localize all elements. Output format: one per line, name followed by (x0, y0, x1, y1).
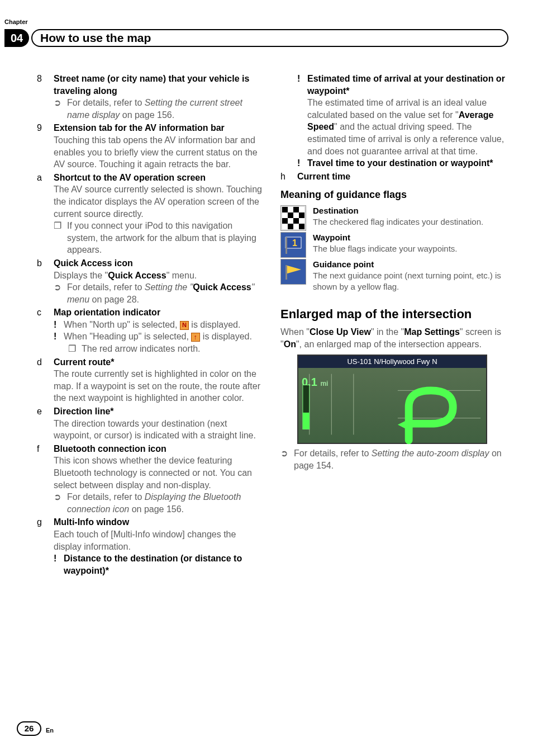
item-16-cont: !Estimated time of arrival at your desti… (280, 73, 508, 169)
svg-rect-7 (288, 224, 293, 229)
item-16-b2: Estimated time of arrival at your destin… (307, 73, 508, 97)
item-10-num: a (37, 172, 49, 184)
item-15-num: f (37, 443, 49, 455)
flag-way-body: The blue flags indicate your waypoints. (313, 243, 508, 254)
item-9-num: 9 (37, 122, 49, 134)
item-9-title: Extension tab for the AV information bar (54, 122, 225, 134)
ref-icon: ➲ (280, 447, 289, 471)
item-10-body: The AV source currently selected is show… (54, 183, 265, 220)
flag-dest-title: Destination (313, 205, 508, 216)
item-12-num: c (37, 306, 49, 319)
flags-heading: Meaning of guidance flags (280, 188, 508, 201)
item-15-title: Bluetooth connection icon (54, 443, 166, 455)
item-14-num: e (37, 405, 49, 418)
svg-rect-4 (299, 212, 304, 218)
svg-rect-10 (285, 237, 287, 254)
ref-icon: ➲ (54, 281, 63, 305)
item-12: cMap orientation indicator !When "North … (37, 306, 265, 355)
item-15: fBluetooth connection icon This icon sho… (37, 443, 265, 516)
svg-rect-13 (285, 265, 287, 280)
item-10: aShortcut to the AV operation screen The… (37, 172, 265, 256)
chapter-number: 04 (4, 29, 29, 47)
flag-way-title: Waypoint (313, 232, 508, 243)
item-13-body: The route currently set is highlighted i… (54, 368, 265, 404)
svg-marker-17 (398, 419, 409, 431)
chapter-label: Chapter (4, 18, 28, 26)
item-16: gMulti-Info window Each touch of [Multi-… (37, 516, 265, 577)
flag-guide-body: The next guidance point (next turning po… (313, 270, 508, 293)
flag-destination: DestinationThe checkered flag indicates … (280, 205, 508, 231)
item-10-note: If you connect your iPod to this navigat… (67, 220, 265, 256)
item-17: hCurrent time (280, 171, 508, 183)
svg-rect-5 (282, 218, 288, 224)
main-content: 8Street name (or city name) that your ve… (37, 73, 508, 711)
svg-rect-1 (282, 207, 288, 212)
item-16-b3: Travel time to your destination or waypo… (307, 157, 493, 169)
item-15-body: This icon shows whether the device featu… (54, 455, 265, 491)
item-16-b2-body: The estimated time of arrival is an idea… (307, 97, 508, 157)
waypoint-flag-icon: 1 (280, 232, 306, 258)
guidance-flag-icon (280, 259, 306, 285)
svg-rect-6 (293, 218, 299, 224)
svg-rect-3 (288, 212, 293, 218)
item-11-ref: For details, refer to Setting the "Quick… (67, 281, 265, 305)
enlarged-para: When "Close Up View" in the "Map Setting… (280, 326, 508, 350)
item-13: dCurrent route* The route currently set … (37, 356, 265, 404)
screenshot-road-name: US-101 N/Hollywood Fwy N (347, 357, 437, 367)
flag-guide-title: Guidance point (313, 259, 508, 270)
item-16-title: Multi-Info window (54, 516, 129, 528)
item-11: bQuick Access icon Displays the "Quick A… (37, 257, 265, 305)
item-8-ref: For details, refer to Setting the curren… (67, 97, 265, 121)
bullet-icon: ! (54, 319, 59, 331)
heading-up-icon (191, 333, 200, 342)
svg-text:1: 1 (292, 238, 297, 248)
item-8-title: Street name (or city name) that your veh… (54, 73, 265, 97)
svg-rect-8 (299, 224, 304, 229)
item-8-num: 8 (37, 73, 49, 97)
item-9: 9Extension tab for the AV information ba… (37, 122, 265, 170)
page-number: 26 (17, 721, 41, 736)
item-10-title: Shortcut to the AV operation screen (54, 172, 206, 184)
svg-rect-2 (293, 207, 299, 212)
item-12-b1: When "North up" is selected, is displaye… (64, 319, 240, 331)
item-16-num: g (37, 516, 49, 528)
destination-flag-icon (280, 205, 306, 231)
item-11-num: b (37, 257, 49, 270)
bullet-icon: ! (54, 552, 59, 577)
page-lang: En (46, 726, 54, 735)
item-15-ref: For details, refer to Displaying the Blu… (67, 491, 265, 515)
flag-waypoint: 1 WaypointThe blue flags indicate your w… (280, 232, 508, 258)
svg-rect-16 (303, 413, 310, 429)
svg-marker-12 (285, 265, 301, 274)
bullet-icon: ! (54, 330, 59, 343)
note-icon: ❐ (54, 220, 63, 256)
bullet-icon: ! (297, 157, 303, 169)
flag-dest-body: The checkered flag indicates your destin… (313, 216, 508, 228)
svg-rect-14 (298, 368, 486, 445)
ref-icon: ➲ (54, 97, 63, 121)
item-12-note: The red arrow indicates north. (82, 343, 201, 355)
item-17-num: h (280, 171, 293, 183)
item-11-body: Displays the "Quick Access" menu. (54, 270, 265, 282)
north-up-icon (180, 321, 189, 330)
item-12-title: Map orientation indicator (54, 306, 160, 319)
item-14: eDirection line* The direction towards y… (37, 405, 265, 442)
ref-icon: ➲ (54, 491, 63, 515)
note-icon: ❐ (68, 343, 77, 355)
intersection-screenshot: US-101 N/Hollywood Fwy N 0.1 mi (297, 355, 487, 444)
item-12-b2: When "Heading up" is selected, is displa… (64, 330, 252, 343)
enlarged-heading: Enlarged map of the intersection (280, 306, 508, 323)
page-title: How to use the map (31, 29, 508, 47)
bullet-icon: ! (297, 73, 303, 97)
item-13-num: d (37, 356, 49, 368)
item-17-title: Current time (297, 171, 350, 183)
item-14-title: Direction line* (54, 405, 114, 418)
item-16-body: Each touch of [Multi-Info window] change… (54, 528, 265, 552)
enlarged-ref: For details, refer to Setting the auto-z… (294, 447, 508, 471)
item-14-body: The direction towards your destination (… (54, 418, 265, 442)
item-11-title: Quick Access icon (54, 257, 133, 270)
flag-guidance: Guidance pointThe next guidance point (n… (280, 259, 508, 293)
item-13-title: Current route* (54, 356, 114, 368)
item-9-body: Touching this tab opens the AV informati… (54, 134, 265, 171)
item-16-b1: Distance to the destination (or distance… (64, 552, 265, 577)
